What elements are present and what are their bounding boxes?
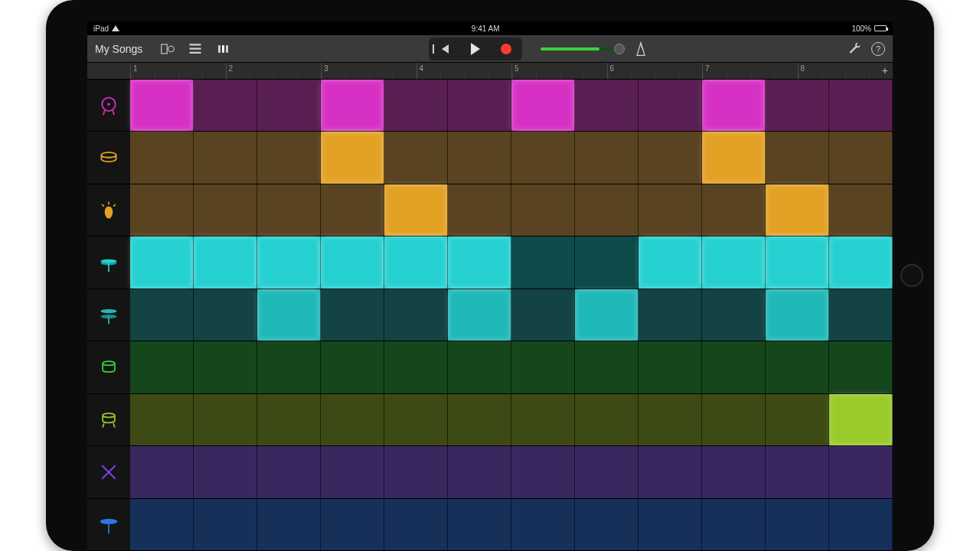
- beat-cell[interactable]: [829, 499, 893, 550]
- beat-cell[interactable]: [829, 341, 893, 393]
- track-icon-hihat-o[interactable]: [87, 289, 130, 341]
- beat-cell[interactable]: [194, 499, 257, 550]
- beat-cell[interactable]: [130, 236, 194, 288]
- metronome-button[interactable]: [632, 41, 649, 57]
- beat-cell[interactable]: [639, 236, 702, 288]
- beat-cell[interactable]: [702, 499, 766, 550]
- beat-cell[interactable]: [194, 132, 257, 183]
- beat-cell[interactable]: [321, 236, 384, 288]
- track-icon-sticks[interactable]: [87, 446, 130, 498]
- track-icon-tom-hi[interactable]: [87, 394, 130, 446]
- mixer-button[interactable]: [214, 41, 231, 57]
- add-bars-button[interactable]: +: [882, 65, 888, 76]
- beat-cell[interactable]: [702, 236, 766, 288]
- beat-cell[interactable]: [575, 132, 639, 183]
- settings-button[interactable]: [847, 41, 864, 57]
- beat-cell[interactable]: [511, 80, 575, 131]
- beat-cell[interactable]: [702, 184, 766, 236]
- beat-cell[interactable]: [766, 341, 829, 393]
- ruler-bar[interactable]: 8: [798, 63, 893, 79]
- beat-cell[interactable]: [702, 446, 766, 497]
- beat-cell[interactable]: [766, 289, 829, 341]
- beat-cell[interactable]: [321, 341, 384, 393]
- beat-cell[interactable]: [639, 289, 702, 341]
- beat-cell[interactable]: [130, 132, 194, 183]
- beat-cell[interactable]: [702, 394, 766, 445]
- beat-cell[interactable]: [448, 499, 511, 550]
- beat-cell[interactable]: [766, 132, 829, 183]
- beat-cell[interactable]: [829, 446, 893, 497]
- beat-cell[interactable]: [130, 289, 194, 341]
- ruler-bar[interactable]: 6: [607, 63, 703, 79]
- beat-cell[interactable]: [511, 499, 575, 550]
- beat-cell[interactable]: [448, 80, 511, 131]
- beat-cell[interactable]: [575, 499, 639, 550]
- beat-cell[interactable]: [257, 499, 321, 550]
- beat-cell[interactable]: [448, 132, 511, 183]
- beat-cell[interactable]: [448, 446, 511, 497]
- back-button[interactable]: My Songs: [95, 43, 142, 55]
- ruler-bar[interactable]: 2: [226, 63, 322, 79]
- beat-cell[interactable]: [448, 184, 511, 236]
- beat-cell[interactable]: [321, 394, 384, 445]
- track-icon-tom-lo[interactable]: [87, 341, 130, 393]
- beat-cell[interactable]: [575, 446, 639, 497]
- beat-cell[interactable]: [639, 394, 702, 445]
- play-button[interactable]: [467, 41, 484, 57]
- beat-cell[interactable]: [639, 184, 702, 236]
- master-volume-slider[interactable]: [541, 47, 625, 51]
- beat-cell[interactable]: [321, 132, 384, 183]
- beat-cell[interactable]: [130, 341, 194, 393]
- ruler-bar[interactable]: 5: [511, 63, 607, 79]
- beat-cell[interactable]: [829, 184, 893, 236]
- beat-cell[interactable]: [257, 236, 321, 288]
- beat-cell[interactable]: [829, 236, 893, 288]
- home-button[interactable]: [900, 264, 923, 287]
- track-icon-crash[interactable]: [87, 499, 130, 551]
- beat-cell[interactable]: [384, 289, 448, 341]
- beat-cell[interactable]: [575, 289, 639, 341]
- beat-cell[interactable]: [575, 236, 639, 288]
- tracks-button[interactable]: [187, 41, 204, 57]
- beat-cell[interactable]: [321, 184, 384, 236]
- beat-cell[interactable]: [575, 394, 639, 445]
- beat-cell[interactable]: [130, 446, 194, 497]
- beat-cell[interactable]: [829, 394, 893, 445]
- beat-cell[interactable]: [321, 499, 384, 550]
- beat-cell[interactable]: [511, 236, 575, 288]
- beat-cell[interactable]: [766, 236, 829, 288]
- beat-cell[interactable]: [511, 132, 575, 183]
- beat-cell[interactable]: [384, 499, 448, 550]
- beat-cell[interactable]: [575, 184, 639, 236]
- beat-cell[interactable]: [321, 446, 384, 497]
- beat-cell[interactable]: [702, 289, 766, 341]
- beat-cell[interactable]: [194, 289, 257, 341]
- track-icon-clap[interactable]: [87, 184, 130, 236]
- help-button[interactable]: ?: [871, 42, 885, 56]
- beat-cell[interactable]: [257, 289, 321, 341]
- beat-cell[interactable]: [511, 394, 575, 445]
- rewind-button[interactable]: [436, 41, 453, 57]
- track-icon-snare[interactable]: [87, 132, 130, 184]
- beat-cell[interactable]: [257, 80, 321, 131]
- beat-cell[interactable]: [194, 394, 257, 445]
- beat-cell[interactable]: [384, 394, 448, 445]
- beat-cell[interactable]: [448, 341, 511, 393]
- beat-cell[interactable]: [257, 132, 321, 183]
- beat-cell[interactable]: [384, 446, 448, 497]
- beat-cell[interactable]: [639, 446, 702, 497]
- beat-cell[interactable]: [321, 80, 384, 131]
- beat-cell[interactable]: [639, 80, 702, 131]
- ruler-bar[interactable]: 7: [702, 63, 798, 79]
- beat-cell[interactable]: [321, 289, 384, 341]
- beat-cell[interactable]: [575, 80, 639, 131]
- beat-cell[interactable]: [511, 289, 575, 341]
- beat-cell[interactable]: [702, 341, 766, 393]
- beat-cell[interactable]: [829, 289, 893, 341]
- beat-cell[interactable]: [511, 446, 575, 497]
- beat-cell[interactable]: [384, 236, 448, 288]
- beat-cell[interactable]: [384, 184, 448, 236]
- beat-cell[interactable]: [194, 341, 257, 393]
- beat-cell[interactable]: [766, 80, 829, 131]
- beat-cell[interactable]: [130, 184, 194, 236]
